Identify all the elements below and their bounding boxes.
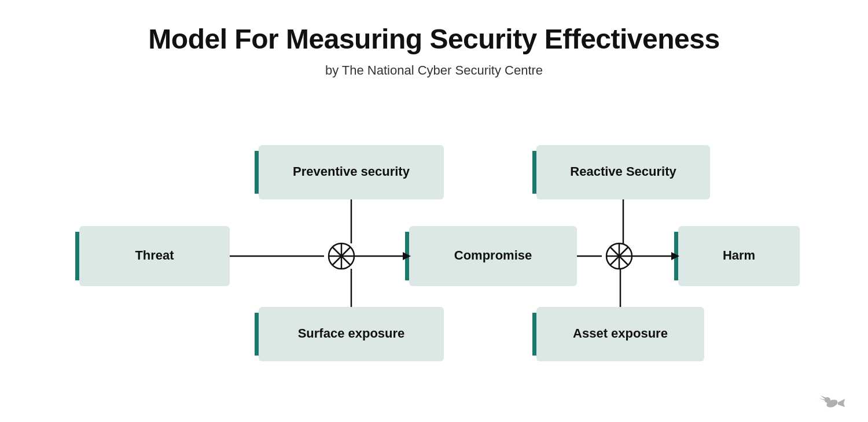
diagram-svg: Threat Preventive security Compromise Re… [58, 135, 810, 377]
threat-label: Threat [135, 247, 174, 262]
harm-label: Harm [723, 247, 755, 262]
svg-marker-2 [838, 399, 845, 407]
bird-shape [819, 395, 845, 409]
svg-marker-4 [819, 398, 825, 401]
surface-accent [255, 313, 259, 356]
bird-logo-svg [816, 391, 845, 414]
page-container: Model For Measuring Security Effectivene… [0, 0, 868, 422]
asset-label: Asset exposure [573, 325, 668, 340]
surface-label: Surface exposure [298, 325, 405, 340]
diagram-area: Threat Preventive security Compromise Re… [35, 107, 833, 405]
preventive-accent [255, 151, 259, 194]
reactive-accent [532, 151, 536, 194]
page-subtitle: by The National Cyber Security Centre [325, 63, 543, 78]
compromise-label: Compromise [454, 247, 532, 262]
page-title: Model For Measuring Security Effectivene… [148, 23, 719, 55]
preventive-label: Preventive security [293, 164, 410, 178]
threat-accent [75, 232, 79, 280]
bird-logo [816, 391, 845, 416]
reactive-label: Reactive Security [570, 164, 676, 178]
asset-accent [532, 313, 536, 356]
svg-point-3 [825, 397, 830, 403]
